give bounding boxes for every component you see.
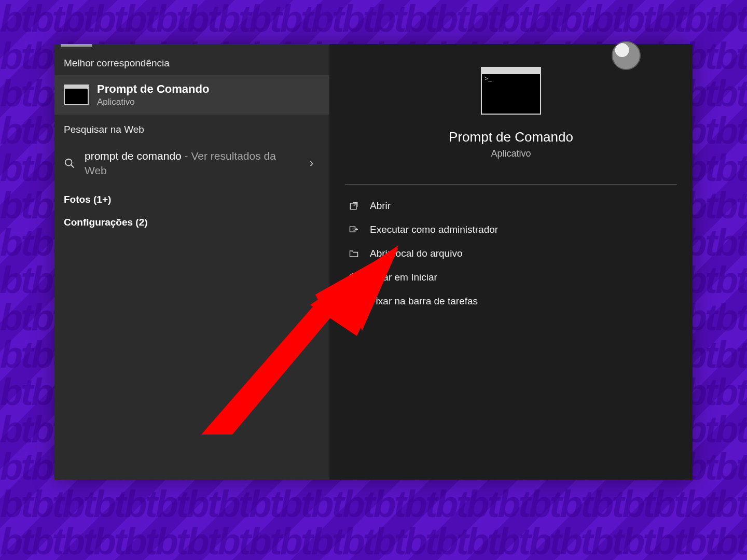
- action-label: Fixar na barra de tarefas: [370, 296, 478, 307]
- action-pin-taskbar[interactable]: Fixar na barra de tarefas: [345, 289, 677, 313]
- cmd-icon: [64, 85, 89, 105]
- web-search-result[interactable]: prompt de comando - Ver resultados da We…: [54, 142, 329, 186]
- tab-indicator: [61, 44, 92, 47]
- action-label: Abrir: [370, 200, 391, 212]
- filter-label: Configurações: [64, 217, 133, 228]
- open-icon: [348, 200, 359, 212]
- web-heading: Pesquisar na Web: [54, 115, 329, 142]
- preview-subtitle: Aplicativo: [491, 148, 531, 159]
- start-search-panel: Melhor correspondência Prompt de Comando…: [54, 44, 693, 480]
- best-match-title: Prompt de Comando: [97, 82, 209, 96]
- chevron-right-icon: ›: [310, 157, 320, 170]
- user-avatar[interactable]: [612, 41, 641, 70]
- filter-count: (1+): [93, 194, 111, 205]
- folder-icon: [348, 248, 359, 259]
- svg-point-0: [65, 159, 72, 166]
- pin-start-icon: [348, 272, 359, 283]
- best-match-texts: Prompt de Comando Aplicativo: [97, 82, 209, 107]
- filter-label: Fotos: [64, 194, 91, 205]
- web-search-label: prompt de comando - Ver resultados da We…: [85, 149, 300, 178]
- admin-icon: [348, 224, 359, 235]
- svg-line-1: [71, 165, 74, 168]
- pin-taskbar-icon: [348, 296, 359, 307]
- action-list: Abrir Executar como administrador Abrir …: [329, 190, 693, 317]
- action-open-location[interactable]: Abrir local do arquivo: [345, 242, 677, 265]
- filter-config[interactable]: Configurações (2): [54, 208, 329, 231]
- best-match-subtitle: Aplicativo: [97, 97, 209, 107]
- web-search-query: prompt de comando: [85, 150, 182, 162]
- results-column: Melhor correspondência Prompt de Comando…: [54, 44, 329, 480]
- action-pin-start[interactable]: Fixar em Iniciar: [345, 265, 677, 289]
- divider: [345, 184, 677, 185]
- filter-count: (2): [135, 217, 147, 228]
- action-label: Fixar em Iniciar: [370, 272, 437, 283]
- filter-fotos[interactable]: Fotos (1+): [54, 186, 329, 208]
- cmd-icon: [481, 67, 541, 115]
- search-icon: [64, 158, 75, 169]
- preview-column: Prompt de Comando Aplicativo Abrir Execu…: [329, 44, 693, 480]
- action-run-admin[interactable]: Executar como administrador: [345, 218, 677, 242]
- best-match-result[interactable]: Prompt de Comando Aplicativo: [54, 75, 329, 115]
- best-match-heading: Melhor correspondência: [54, 48, 329, 75]
- action-label: Abrir local do arquivo: [370, 248, 462, 259]
- action-label: Executar como administrador: [370, 224, 498, 235]
- preview-title: Prompt de Comando: [449, 129, 573, 145]
- svg-rect-3: [350, 227, 355, 232]
- action-open[interactable]: Abrir: [345, 194, 677, 218]
